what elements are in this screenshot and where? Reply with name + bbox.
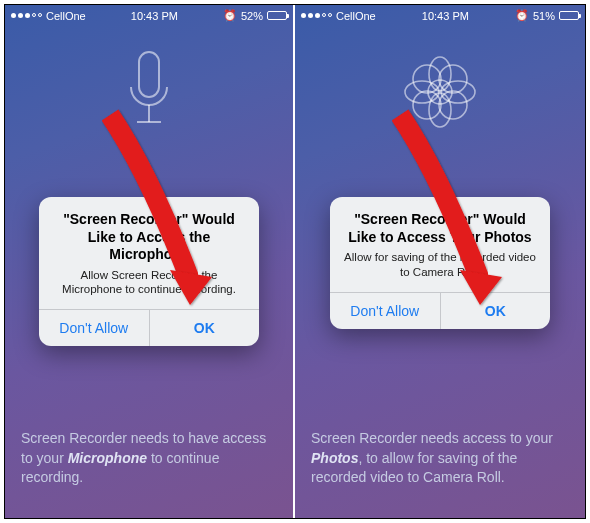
phone-left: CellOne 10:43 PM ⏰ 52% "Screen Recorder"… xyxy=(5,5,295,518)
svg-rect-0 xyxy=(139,52,159,97)
app-icon-area xyxy=(5,22,293,162)
dont-allow-button[interactable]: Don't Allow xyxy=(39,310,149,346)
alarm-icon: ⏰ xyxy=(223,9,237,22)
alert-message: Allow for saving of the recorded video t… xyxy=(344,250,536,280)
comparison-frame: CellOne 10:43 PM ⏰ 52% "Screen Recorder"… xyxy=(4,4,586,519)
flower-icon xyxy=(395,47,485,137)
alert-actions: Don't Allow OK xyxy=(330,292,550,329)
status-right: ⏰ 51% xyxy=(515,9,579,22)
alert-title: "Screen Recorder" Would Like to Access Y… xyxy=(344,211,536,246)
alert-body: "Screen Recorder" Would Like to Access Y… xyxy=(330,197,550,292)
alert-title: "Screen Recorder" Would Like to Access t… xyxy=(53,211,245,264)
clock-label: 10:43 PM xyxy=(131,10,178,22)
carrier-label: CellOne xyxy=(46,10,86,22)
signal-icon xyxy=(301,13,332,18)
dont-allow-button[interactable]: Don't Allow xyxy=(330,293,440,329)
ok-button[interactable]: OK xyxy=(440,293,551,329)
permission-alert-photos: "Screen Recorder" Would Like to Access Y… xyxy=(330,197,550,329)
caption-pre: Screen Recorder needs access to your xyxy=(311,430,553,446)
caption-emphasis: Photos xyxy=(311,450,358,466)
alert-message: Allow Screen Recorder the Microphone to … xyxy=(53,268,245,298)
status-bar: CellOne 10:43 PM ⏰ 51% xyxy=(295,5,585,22)
alert-actions: Don't Allow OK xyxy=(39,309,259,346)
status-right: ⏰ 52% xyxy=(223,9,287,22)
carrier-label: CellOne xyxy=(336,10,376,22)
phone-right: CellOne 10:43 PM ⏰ 51% xyxy=(295,5,585,518)
status-left: CellOne xyxy=(11,10,86,22)
permission-alert-microphone: "Screen Recorder" Would Like to Access t… xyxy=(39,197,259,346)
ok-button[interactable]: OK xyxy=(149,310,260,346)
battery-pct: 51% xyxy=(533,10,555,22)
status-left: CellOne xyxy=(301,10,376,22)
battery-pct: 52% xyxy=(241,10,263,22)
app-icon-area xyxy=(295,22,585,162)
caption-emphasis: Microphone xyxy=(68,450,147,466)
caption-text: Screen Recorder needs access to your Pho… xyxy=(311,429,569,488)
signal-icon xyxy=(11,13,42,18)
alarm-icon: ⏰ xyxy=(515,9,529,22)
status-bar: CellOne 10:43 PM ⏰ 52% xyxy=(5,5,293,22)
caption-text: Screen Recorder needs to have access to … xyxy=(21,429,277,488)
battery-icon xyxy=(559,11,579,20)
clock-label: 10:43 PM xyxy=(422,10,469,22)
battery-icon xyxy=(267,11,287,20)
microphone-icon xyxy=(119,47,179,137)
alert-body: "Screen Recorder" Would Like to Access t… xyxy=(39,197,259,309)
